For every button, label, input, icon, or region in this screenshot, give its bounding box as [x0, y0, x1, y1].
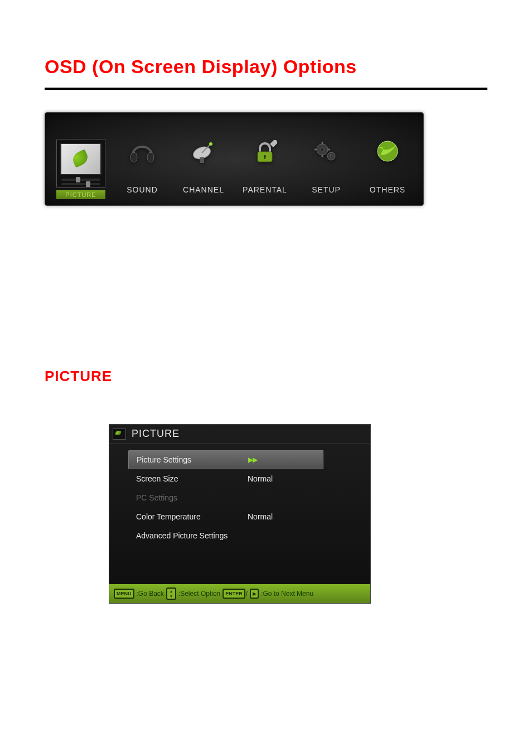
tab-others-label: OTHERS — [370, 185, 405, 194]
globe-icon — [373, 136, 403, 166]
osd-menu-bar: PICTURE SOUND — [45, 112, 424, 206]
footer-select-option: :Select Option — [178, 590, 220, 598]
padlock-icon — [250, 136, 280, 166]
page-title: OSD (On Screen Display) Options — [45, 56, 487, 78]
row-color-temperature[interactable]: Color Temperature Normal — [136, 507, 360, 526]
tab-picture-label: PICTURE — [65, 191, 96, 198]
fast-forward-icon: ▶▶ — [248, 456, 315, 464]
row-label: Screen Size — [136, 474, 248, 483]
monitor-leaf-icon: PICTURE — [56, 144, 105, 194]
tab-setup-label: SETUP — [312, 185, 341, 194]
submenu-title: PICTURE — [132, 428, 180, 440]
headphones-icon — [127, 136, 157, 166]
footer-next-menu: :Go to Next Menu — [261, 590, 313, 598]
svg-point-12 — [330, 155, 332, 157]
row-label: Advanced Picture Settings — [136, 531, 248, 540]
tab-parental[interactable]: PARENTAL — [237, 126, 293, 194]
row-label: Color Temperature — [136, 512, 248, 521]
picture-header-icon — [113, 428, 126, 440]
footer-go-back: :Go Back — [137, 590, 164, 598]
row-screen-size[interactable]: Screen Size Normal — [136, 469, 360, 488]
submenu-header: PICTURE — [109, 425, 370, 444]
svg-point-10 — [321, 148, 324, 151]
tab-others[interactable]: OTHERS — [360, 126, 415, 194]
satellite-dish-icon — [188, 136, 219, 166]
row-advanced-picture-settings[interactable]: Advanced Picture Settings — [136, 526, 360, 545]
up-down-key-icon: ▲▼ — [166, 588, 176, 600]
svg-point-1 — [147, 152, 154, 162]
picture-submenu: PICTURE Picture Settings ▶▶ Screen Size … — [109, 424, 371, 604]
tab-sound-label: SOUND — [127, 185, 158, 194]
right-key-icon: ▶ — [250, 589, 259, 599]
svg-point-0 — [130, 152, 137, 162]
tab-setup[interactable]: SETUP — [298, 126, 354, 194]
gears-icon — [311, 136, 341, 166]
svg-point-4 — [209, 142, 212, 146]
menu-key-icon: MENU — [114, 589, 134, 599]
row-picture-settings[interactable]: Picture Settings ▶▶ — [128, 450, 323, 469]
row-value: Normal — [248, 512, 315, 521]
title-divider — [45, 88, 487, 90]
row-label: PC Settings — [136, 493, 248, 502]
svg-rect-8 — [264, 156, 265, 159]
tab-picture[interactable]: PICTURE — [53, 144, 109, 194]
row-value: Normal — [248, 474, 315, 483]
tab-parental-label: PARENTAL — [243, 185, 287, 194]
section-heading: PICTURE — [45, 368, 487, 385]
svg-rect-5 — [200, 157, 204, 163]
row-label: Picture Settings — [137, 455, 248, 464]
submenu-footer: MENU :Go Back ▲▼ :Select Option ENTER/ ▶… — [109, 584, 370, 603]
tab-sound[interactable]: SOUND — [114, 126, 170, 194]
enter-key-icon: ENTER — [223, 589, 245, 599]
row-pc-settings: PC Settings — [136, 488, 360, 507]
tab-channel[interactable]: CHANNEL — [176, 126, 231, 194]
tab-channel-label: CHANNEL — [183, 185, 224, 194]
